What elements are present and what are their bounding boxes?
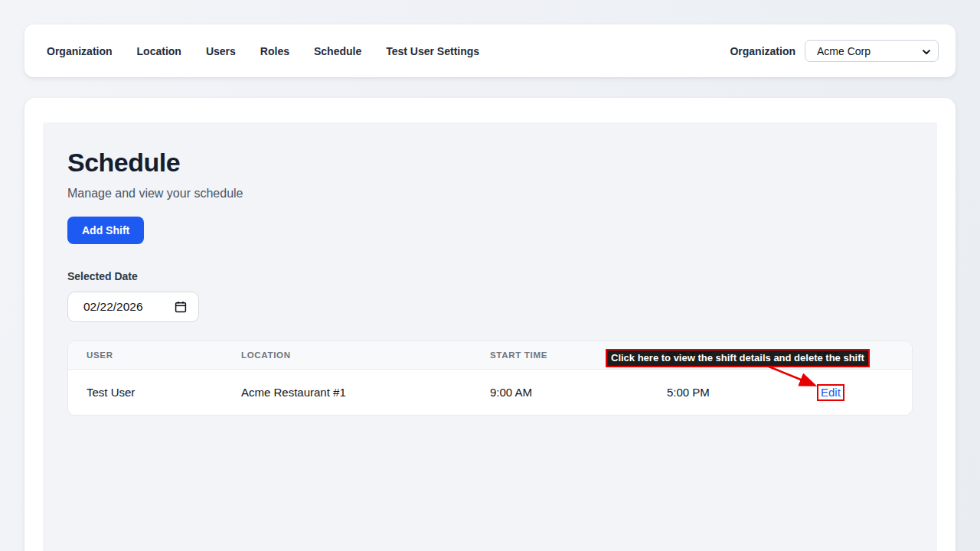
organization-select-wrap: Acme Corp — [805, 40, 939, 62]
selected-date-label: Selected Date — [67, 270, 913, 282]
organization-select[interactable]: Acme Corp — [805, 40, 939, 62]
nav-item-test-user-settings[interactable]: Test User Settings — [386, 45, 479, 57]
nav-links: Organization Location Users Roles Schedu… — [47, 45, 479, 57]
schedule-panel: Schedule Manage and view your schedule A… — [43, 122, 937, 551]
calendar-icon[interactable] — [175, 301, 187, 313]
cell-edit: Edit — [799, 384, 912, 401]
page-subtitle: Manage and view your schedule — [67, 187, 913, 201]
add-shift-button[interactable]: Add Shift — [67, 217, 144, 244]
organization-select-label: Organization — [730, 45, 795, 57]
main-card: Schedule Manage and view your schedule A… — [24, 98, 956, 551]
page-title: Schedule — [67, 148, 913, 177]
selected-date-value: 02/22/2026 — [83, 300, 175, 314]
column-header-location: LOCATION — [223, 350, 472, 360]
top-navbar: Organization Location Users Roles Schedu… — [24, 24, 956, 77]
annotation-tooltip: Click here to view the shift details and… — [606, 349, 870, 367]
nav-item-location[interactable]: Location — [137, 45, 181, 57]
cell-start-time: 9:00 AM — [472, 386, 648, 399]
cell-location: Acme Restaurant #1 — [223, 386, 472, 399]
nav-item-organization[interactable]: Organization — [47, 45, 113, 57]
nav-item-users[interactable]: Users — [206, 45, 236, 57]
selected-date-input[interactable]: 02/22/2026 — [67, 292, 199, 322]
column-header-user: USER — [68, 350, 223, 360]
annotation-highlight-box: Edit — [817, 384, 844, 401]
cell-end-time: 5:00 PM — [648, 386, 799, 399]
nav-item-roles[interactable]: Roles — [260, 45, 289, 57]
table-row: Test User Acme Restaurant #1 9:00 AM 5:0… — [68, 370, 912, 415]
org-switcher: Organization Acme Corp — [730, 40, 939, 62]
edit-shift-link[interactable]: Edit — [821, 386, 841, 399]
nav-item-schedule[interactable]: Schedule — [314, 45, 361, 57]
cell-user: Test User — [68, 386, 223, 399]
